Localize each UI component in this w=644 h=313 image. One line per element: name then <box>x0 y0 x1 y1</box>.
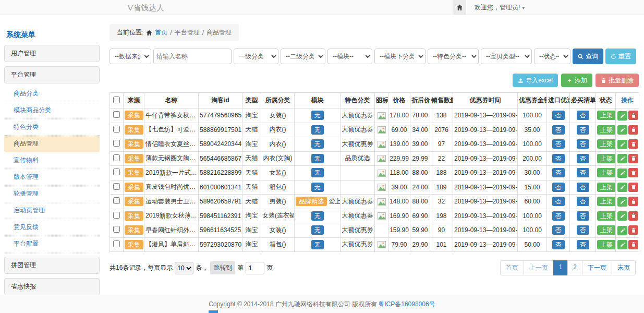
module-none-badge[interactable]: 无 <box>311 240 324 249</box>
module-none-badge[interactable]: 无 <box>311 125 324 135</box>
row-checkbox[interactable] <box>113 183 120 190</box>
sidebar-item-商品分类[interactable]: 商品分类 <box>4 86 100 102</box>
row-checkbox[interactable] <box>113 197 120 204</box>
sidebar-panel-3[interactable]: 省惠快报 <box>4 278 100 295</box>
module-none-badge[interactable]: 无 <box>311 183 324 192</box>
reset-button[interactable]: 重置 <box>605 49 636 64</box>
status-badge[interactable]: 上架 <box>597 125 616 135</box>
edit-button[interactable] <box>617 125 627 135</box>
module-none-badge[interactable]: 无 <box>311 111 324 120</box>
filter-select-宝贝类型[interactable]: --宝贝类型-- <box>481 49 532 64</box>
sidebar-panel-0[interactable]: 用户管理 <box>4 45 100 62</box>
per-page-select[interactable]: 10 <box>175 262 193 274</box>
module-none-badge[interactable]: 无 <box>311 225 324 235</box>
user-menu[interactable]: 欢迎您，管理员! ▾ <box>475 3 525 12</box>
page-link-上一页[interactable]: 上一页 <box>524 260 554 275</box>
row-checkbox[interactable] <box>113 126 120 133</box>
filter-select-数据来源[interactable]: --数据来源-- <box>110 49 151 64</box>
delete-button[interactable] <box>628 240 638 249</box>
delete-button[interactable] <box>628 183 638 192</box>
row-checkbox[interactable] <box>113 212 120 219</box>
page-link-2[interactable]: 2 <box>567 260 582 275</box>
edit-button[interactable] <box>617 154 627 163</box>
name-search-input[interactable] <box>153 49 232 64</box>
filter-select-二级分类[interactable]: --二级分类-- <box>281 49 325 64</box>
module-none-badge[interactable]: 无 <box>311 211 324 221</box>
row-checkbox[interactable] <box>113 140 120 147</box>
edit-button[interactable] <box>617 211 627 221</box>
add-button[interactable]: ＋ 添加 <box>561 74 592 87</box>
filter-select-一级分类[interactable]: 一级分类 <box>234 49 278 64</box>
status-badge[interactable]: 上架 <box>597 154 616 163</box>
row-checkbox[interactable] <box>113 111 120 118</box>
batch-delete-button[interactable]: 批量删除 <box>596 74 639 87</box>
edit-button[interactable] <box>617 111 627 121</box>
edit-button[interactable] <box>617 183 627 192</box>
status-badge[interactable]: 上架 <box>597 197 616 206</box>
select-all-checkbox[interactable] <box>113 97 120 103</box>
row-checkbox[interactable] <box>113 168 120 175</box>
delete-button[interactable] <box>628 154 638 163</box>
status-badge[interactable]: 上架 <box>597 183 616 192</box>
edit-button[interactable] <box>617 226 627 235</box>
home-button[interactable] <box>453 0 466 15</box>
page-link-末页[interactable]: 末页 <box>612 260 636 275</box>
edit-button[interactable] <box>617 197 627 207</box>
import-select-toggle[interactable]: 否 <box>552 183 565 192</box>
import-select-toggle[interactable]: 否 <box>552 111 565 120</box>
sidebar-item-版本管理[interactable]: 版本管理 <box>4 169 100 186</box>
status-badge[interactable]: 上架 <box>597 139 616 149</box>
delete-button[interactable] <box>628 168 638 177</box>
import-excel-button[interactable]: 导入excel <box>513 74 558 87</box>
filter-select-特色分类[interactable]: --特色分类-- <box>428 49 479 64</box>
sidebar-item-宣传物料[interactable]: 宣传物料 <box>4 152 100 169</box>
filter-select-模块[interactable]: --模块-- <box>327 49 372 64</box>
page-link-首页[interactable]: 首页 <box>500 260 524 275</box>
status-badge[interactable]: 上架 <box>597 111 616 120</box>
row-checkbox[interactable] <box>113 240 120 247</box>
must-buy-toggle[interactable]: 否 <box>577 183 589 192</box>
status-badge[interactable]: 上架 <box>597 168 616 177</box>
must-buy-toggle[interactable]: 否 <box>577 125 589 135</box>
delete-button[interactable] <box>628 125 638 135</box>
sidebar-item-轮播管理[interactable]: 轮播管理 <box>4 186 100 202</box>
search-button[interactable]: 查询 <box>573 49 603 64</box>
delete-button[interactable] <box>628 211 638 221</box>
import-select-toggle[interactable]: 否 <box>552 197 565 206</box>
filter-select-状态[interactable]: --状态-- <box>534 49 570 64</box>
sidebar-panel-1[interactable]: 平台管理 <box>4 66 100 83</box>
sidebar-item-平台配置[interactable]: 平台配置 <box>4 236 100 252</box>
module-none-badge[interactable]: 无 <box>311 139 324 149</box>
jump-button[interactable]: 跳转到 <box>210 261 235 274</box>
filter-select-模块下分类[interactable]: --模块下分类-- <box>374 49 426 64</box>
delete-button[interactable] <box>628 139 638 149</box>
must-buy-toggle[interactable]: 否 <box>577 197 589 206</box>
status-badge[interactable]: 上架 <box>597 211 616 221</box>
module-none-badge[interactable]: 无 <box>311 154 324 163</box>
page-link-下一页[interactable]: 下一页 <box>582 260 612 275</box>
import-select-toggle[interactable]: 否 <box>552 240 565 249</box>
must-buy-toggle[interactable]: 否 <box>577 154 589 163</box>
edit-button[interactable] <box>617 240 627 249</box>
edit-button[interactable] <box>617 168 627 178</box>
import-select-toggle[interactable]: 否 <box>552 154 565 163</box>
sidebar-item-启动页管理[interactable]: 启动页管理 <box>4 202 100 219</box>
must-buy-toggle[interactable]: 否 <box>577 225 589 235</box>
must-buy-toggle[interactable]: 否 <box>577 168 589 177</box>
must-buy-toggle[interactable]: 否 <box>577 139 589 149</box>
sidebar-item-意见反馈[interactable]: 意见反馈 <box>4 219 100 236</box>
page-link-1[interactable]: 1 <box>553 260 568 275</box>
import-select-toggle[interactable]: 否 <box>552 211 565 221</box>
status-badge[interactable]: 上架 <box>597 240 616 249</box>
must-buy-toggle[interactable]: 否 <box>577 240 589 249</box>
row-checkbox[interactable] <box>113 226 120 233</box>
module-none-badge[interactable]: 无 <box>311 168 324 177</box>
import-select-toggle[interactable]: 否 <box>552 139 565 149</box>
must-buy-toggle[interactable]: 否 <box>577 111 589 120</box>
breadcrumb-home-link[interactable]: 首页 <box>155 28 167 37</box>
edit-button[interactable] <box>617 140 627 149</box>
import-select-toggle[interactable]: 否 <box>552 225 565 235</box>
delete-button[interactable] <box>628 197 638 206</box>
sidebar-item-商品管理[interactable]: 商品管理 <box>4 136 100 152</box>
delete-button[interactable] <box>628 225 638 235</box>
